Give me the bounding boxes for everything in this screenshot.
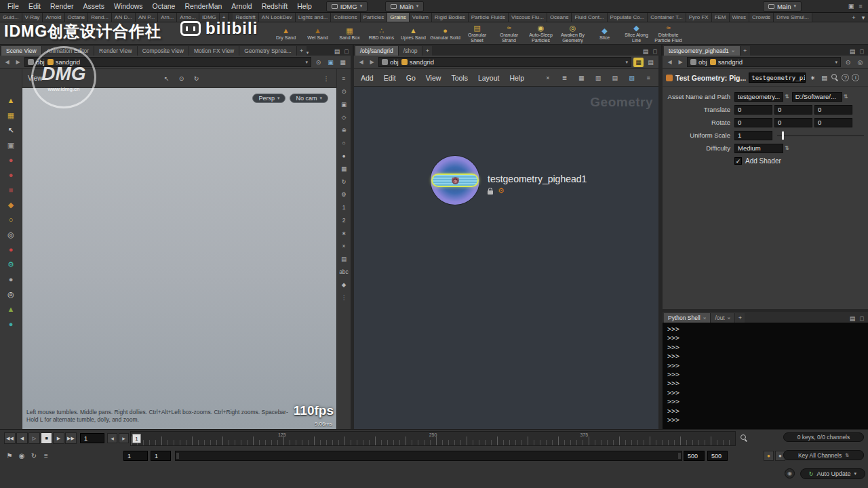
display-icon-18[interactable]: ⋮	[340, 293, 348, 302]
camera-lock-icon[interactable]: ▣	[326, 58, 336, 67]
link-icon[interactable]: ◎	[855, 58, 865, 67]
pane-menu-icon[interactable]: ▤	[641, 47, 650, 56]
rotate-x-field[interactable]: 0	[734, 118, 772, 127]
snap-mode-icon[interactable]: ↻	[192, 74, 201, 83]
pin-icon[interactable]: ⊙	[843, 58, 853, 67]
frame-range-slider[interactable]	[175, 451, 682, 461]
desktop-selector[interactable]: IDMG ▾	[326, 1, 368, 12]
menu-assets[interactable]: Assets	[78, 2, 109, 10]
menu-edit[interactable]: Edit	[24, 2, 45, 10]
display-icon-14[interactable]: ×	[340, 242, 348, 250]
viewport-tool-icon-8[interactable]: ◆	[7, 201, 16, 209]
chevron-down-icon[interactable]: ▾	[835, 60, 837, 65]
shelf-tab[interactable]: AN D...	[112, 13, 136, 22]
net-menu-help[interactable]: Help	[509, 74, 524, 82]
breadcrumb-sandgrid[interactable]: sandgrid	[47, 58, 80, 66]
node-label[interactable]: testgeometry_pighead1	[488, 174, 587, 184]
display-icon-7[interactable]: ●	[340, 152, 348, 160]
lock-icon[interactable]	[488, 190, 493, 195]
shelf-tab[interactable]: Redshift	[233, 13, 258, 22]
display-icon-17[interactable]: ◆	[340, 281, 348, 289]
shelf-tool-granular-strand[interactable]: ≈ Granular Strand	[493, 22, 525, 44]
shelf-tab[interactable]: Rigid Bodies	[432, 13, 469, 22]
display-icon-1[interactable]: ≡	[340, 75, 348, 83]
shelf-tab[interactable]: Arno...	[177, 13, 199, 22]
playhead[interactable]: 1	[132, 434, 141, 443]
shelf-tool-sand-box[interactable]: ▦ Sand Box	[334, 22, 366, 44]
pane-menu-icon[interactable]: ▤	[848, 47, 857, 56]
shelf-tab[interactable]: Container T...	[648, 13, 686, 22]
menu-octane[interactable]: Octane	[148, 2, 180, 10]
menu-renderman[interactable]: RenderMan	[180, 2, 226, 10]
new-pane-tab-button[interactable]: +	[422, 46, 432, 56]
stepper-icon[interactable]: ⇅	[785, 94, 789, 100]
shelf-tool-slice-along-line[interactable]: ◆ Slice Along Line	[620, 22, 652, 44]
chevron-down-icon[interactable]: ▾	[625, 60, 628, 65]
viewport-tool-icon-13[interactable]: ●	[7, 275, 16, 284]
tab-testgeometry-pighead1[interactable]: testgeometry_pighead1 ×	[664, 46, 741, 56]
range-end-field[interactable]: 500	[684, 451, 705, 461]
help-icon[interactable]: ?	[842, 74, 849, 81]
shelf-tool-upres-sand[interactable]: ▲ Upres Sand	[397, 22, 429, 44]
display-icon-16[interactable]: abc	[340, 268, 348, 276]
playback-start-field[interactable]: 1	[151, 451, 171, 461]
net-menu-add[interactable]: Add	[361, 74, 374, 82]
gear-icon[interactable]: ⚙	[498, 187, 505, 195]
display-icon-3[interactable]: ▣	[340, 100, 348, 108]
tab-geometry-spreadsheet[interactable]: Geometry Sprea...	[239, 46, 296, 56]
shelf-tool-distribute-particle-fluid[interactable]: ≈ Distribute Particle Fluid	[652, 22, 684, 44]
shelf-tab[interactable]: Oceans	[547, 13, 572, 22]
record-icon[interactable]: ◉	[16, 450, 27, 461]
pane-menu-icon[interactable]: ▤	[332, 47, 342, 56]
shelf-tab[interactable]: Particles	[361, 13, 388, 22]
tab-scene-view[interactable]: Scene View	[1, 46, 42, 56]
shelf-tab[interactable]: AN P...	[136, 13, 158, 22]
set-key-icon[interactable]: ●	[764, 451, 774, 461]
shelf-tab[interactable]: Particle Fluids	[469, 13, 509, 22]
playback-end-field[interactable]: 500	[707, 451, 728, 461]
shelf-tool-awaken-by-geometry[interactable]: ◎ Awaken By Geometry	[557, 22, 589, 44]
display-icon-6[interactable]: ○	[340, 139, 348, 147]
display-options-icon[interactable]: ▦	[338, 58, 348, 67]
shelf-tab[interactable]: Lights and...	[296, 13, 332, 22]
shelf-tab[interactable]: Octane	[65, 13, 89, 22]
shelf-tool-granular-solid[interactable]: ● Granular Solid	[429, 22, 461, 44]
net-menu-tools[interactable]: Tools	[451, 74, 468, 82]
chevron-down-icon[interactable]: ▾	[305, 60, 308, 65]
info-icon[interactable]: i	[852, 74, 859, 81]
grid-icon[interactable]: ▤	[646, 58, 656, 67]
current-frame-field[interactable]: 1	[80, 433, 104, 443]
close-icon[interactable]: ×	[732, 48, 735, 54]
session-menu-icon[interactable]: ≡	[856, 2, 865, 11]
pane-menu-icon[interactable]: ▤	[848, 314, 857, 323]
shelf-tool-auto-sleep-particles[interactable]: ◉ Auto-Sleep Particles	[525, 22, 557, 44]
layout-selector[interactable]: Main ▾	[385, 1, 424, 12]
translate-x-field[interactable]: 0	[734, 105, 772, 115]
list-view-icon[interactable]: ▤	[612, 73, 618, 82]
forward-icon[interactable]: ▶	[676, 58, 685, 66]
python-console[interactable]: >>> >>> >>> >>> >>> >>> >>> >>> >>> >>> …	[663, 323, 868, 429]
key-all-channels-select[interactable]: Key All Channels ⇅	[783, 450, 864, 460]
shelf-tab[interactable]: Fluid Cont...	[572, 13, 607, 22]
chevron-down-icon[interactable]: ▾	[307, 50, 309, 56]
breadcrumb-obj[interactable]: obj	[690, 58, 707, 66]
snapshot-icon[interactable]: ▦	[633, 58, 644, 67]
new-pane-tab-button[interactable]: +	[741, 46, 750, 56]
grid-view-icon[interactable]: ▦	[578, 73, 585, 82]
search-icon[interactable]	[831, 74, 839, 81]
pin-icon[interactable]: ⊙	[313, 58, 323, 67]
forward-icon[interactable]: ▶	[368, 58, 376, 66]
timeline-zoom-icon[interactable]	[741, 434, 748, 442]
layout-view-icon[interactable]: ▥	[595, 73, 601, 82]
shelf-tool-wet-sand[interactable]: ▲ Wet Sand	[302, 22, 334, 44]
persp-menu[interactable]: Persp ▾	[252, 94, 285, 103]
net-menu-layout[interactable]: Layout	[478, 74, 500, 82]
breadcrumb-sandgrid[interactable]: sandgrid	[710, 58, 743, 66]
update-mode-icon[interactable]: ◉	[785, 468, 795, 479]
display-icon-5[interactable]: ⊕	[340, 126, 348, 134]
menu-help[interactable]: Help	[292, 2, 317, 10]
shelf-tab[interactable]: Crowds	[749, 13, 774, 22]
color-palette-icon[interactable]: ▧	[629, 73, 635, 82]
camera-menu[interactable]: No cam ▾	[290, 94, 328, 103]
asset-name-select[interactable]: testgeometry...	[734, 92, 783, 102]
